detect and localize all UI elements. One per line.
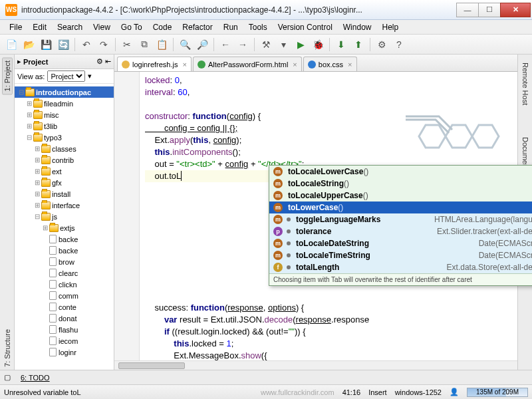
tab-loginrefresh[interactable]: loginrefresh.js × [117,57,192,71]
tree-item[interactable]: clearc [15,267,114,279]
run-config-icon[interactable]: ▾ [276,37,291,52]
scroll-thumb[interactable] [118,362,185,369]
completion-item[interactable]: mtoLocaleLowerCase()String [269,166,532,178]
tree-item[interactable]: conte [15,301,114,313]
tree-item[interactable]: ⊟js [15,211,114,222]
menu-tools[interactable]: Tools [243,21,273,33]
menu-view[interactable]: View [88,21,116,33]
find-icon[interactable]: 🔍 [178,37,192,52]
close-button[interactable]: ✕ [500,3,531,17]
tree-item[interactable]: ⊞gfx [15,177,114,188]
close-tab-icon[interactable]: × [293,61,297,68]
memory-indicator[interactable]: 135M of 209M [467,388,528,397]
tree-item[interactable]: clickn [15,279,114,290]
minimize-button[interactable]: — [456,3,479,17]
chevron-down-icon[interactable]: ▾ [88,72,92,80]
completion-item[interactable]: mtoLowerCase()String [269,201,532,213]
build-icon[interactable]: ⚒ [259,37,273,52]
close-tab-icon[interactable]: × [348,61,352,68]
completion-item[interactable]: mtoggleLanguageMarksHTMLArea.Language(la… [269,213,532,225]
completion-name: tolerance [296,227,432,236]
tree-item[interactable]: ⊞extjs [15,222,114,233]
redo-icon[interactable]: ↷ [96,37,111,52]
menu-refactor[interactable]: Refactor [177,21,217,33]
tree-item[interactable]: ⊞fileadmin [15,98,114,109]
debug-icon[interactable]: 🐞 [311,37,325,52]
completion-item[interactable]: ptoleranceExt.Slider.tracker(ext-all-deb… [269,225,532,237]
tree-item[interactable]: ⊞contrib [15,154,114,166]
menu-search[interactable]: Search [52,21,88,33]
menu-file[interactable]: File [4,21,27,33]
vcs-update-icon[interactable]: ⬇ [334,37,348,52]
tree-item[interactable]: flashu [15,324,114,335]
tab-label: AlterPasswordForm.html [208,61,288,68]
completion-item[interactable]: mtoLocaleTimeStringDate(ECMAScript.js2) [269,249,532,261]
completion-item[interactable]: ftotalLengthExt.data.Store(ext-all-debug… [269,261,532,273]
sync-icon[interactable]: 🔄 [56,37,70,52]
tree-item[interactable]: ⊟typo3 [15,132,114,143]
property-icon: p [273,227,283,236]
tab-todo[interactable]: 6: TODO [15,372,56,384]
save-icon[interactable]: 💾 [39,37,53,52]
back-icon[interactable]: ← [218,37,233,52]
inspector-icon[interactable]: 👤 [450,388,459,396]
tree-item[interactable]: iecom [15,335,114,346]
project-tree[interactable]: ⊟introductionpac ⊞fileadmin ⊞misc ⊞t3lib… [15,84,114,370]
completion-name: toLocaleUpperCase() [288,191,531,200]
replace-icon[interactable]: 🔎 [195,37,209,52]
completion-item[interactable]: mtoLocaleUpperCase()String [269,190,532,201]
undo-icon[interactable]: ↶ [79,37,94,52]
copy-icon[interactable]: ⧉ [137,37,152,52]
tab-structure[interactable]: 7: Structure [3,327,12,370]
tree-item[interactable]: loginr [15,346,114,358]
tree-item[interactable]: ⊞misc [15,109,114,120]
paste-icon[interactable]: 📋 [154,37,169,52]
tree-item[interactable]: brow [15,256,114,267]
editor-tabs: loginrefresh.js × AlterPasswordForm.html… [114,55,517,72]
tree-item[interactable]: backe [15,245,114,256]
vcs-commit-icon[interactable]: ⬆ [351,37,366,52]
menu-code[interactable]: Code [148,21,178,33]
cut-icon[interactable]: ✂ [120,37,134,52]
tree-item[interactable]: ⊞interface [15,200,114,211]
weak-match-icon [287,217,291,221]
tree-item[interactable]: ⊞classes [15,143,114,154]
tree-item[interactable]: ⊞install [15,188,114,200]
open-icon[interactable]: 📂 [21,37,36,52]
menu-help[interactable]: Help [376,21,404,33]
help-icon[interactable]: ? [392,37,406,52]
completion-item[interactable]: mtoLocaleString()Object [269,178,532,190]
tree-item[interactable]: comm [15,290,114,301]
tab-project[interactable]: 1: Project [2,57,13,94]
menu-goto[interactable]: Go To [116,21,148,33]
tool-window-icon[interactable]: ▢ [4,373,11,382]
forward-icon[interactable]: → [235,37,250,52]
view-as-select[interactable]: Project [47,70,85,82]
toolbar-separator [213,38,214,51]
menu-window[interactable]: Window [338,21,377,33]
project-tool-window: ▸ Project ⚙ ⇤ View as: Project ▾ ⊟introd… [15,55,114,370]
tree-item[interactable]: backe [15,233,114,245]
tab-remote-host[interactable]: Remote Host [521,60,530,108]
file-icon [49,269,57,277]
completion-name: toLocaleString() [288,179,528,188]
tree-item[interactable]: ⊞t3lib [15,120,114,132]
gear-icon[interactable]: ⚙ [96,57,103,66]
close-tab-icon[interactable]: × [182,61,186,68]
menu-vcs[interactable]: Version Control [273,21,338,33]
new-file-icon[interactable]: 📄 [4,37,19,52]
menu-edit[interactable]: Edit [27,21,52,33]
collapse-icon[interactable]: ▸ [17,57,21,66]
tab-alterpassword[interactable]: AlterPasswordForm.html × [193,57,302,71]
horizontal-scrollbar[interactable] [114,360,517,370]
tree-item[interactable]: donat [15,313,114,324]
completion-item[interactable]: mtoLocaleDateStringDate(ECMAScript.js2) [269,237,532,249]
run-icon[interactable]: ▶ [293,37,308,52]
tree-item[interactable]: ⊞ext [15,166,114,177]
tab-boxcss[interactable]: box.css × [303,57,357,71]
menu-run[interactable]: Run [218,21,243,33]
hide-icon[interactable]: ⇤ [105,57,111,66]
settings-icon[interactable]: ⚙ [374,37,389,52]
tree-root[interactable]: ⊟introductionpac [15,86,114,98]
maximize-button[interactable]: ☐ [478,3,501,17]
